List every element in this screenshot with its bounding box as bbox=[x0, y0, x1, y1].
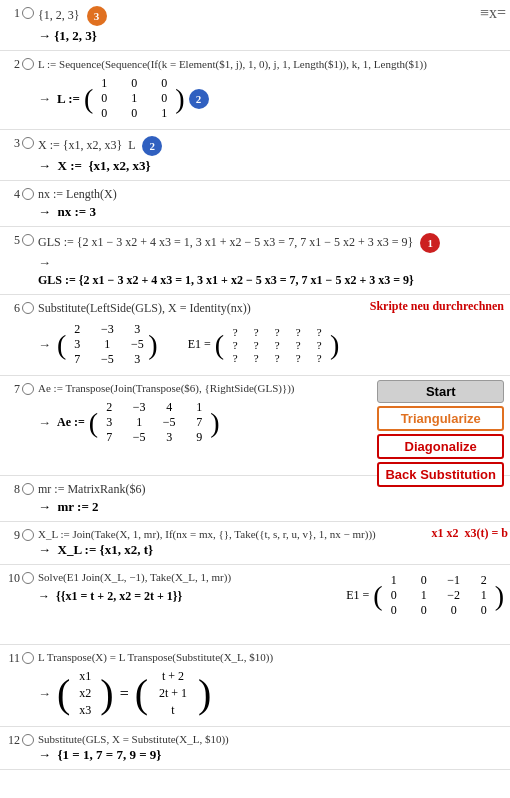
row-9: 9 X_L := Join(Take(X, 1, mr), If(nx = mx… bbox=[0, 522, 510, 565]
row-10-output: → {{x1 = t + 2, x2 = 2t + 1}} bbox=[38, 589, 182, 604]
radio-9[interactable] bbox=[22, 529, 36, 545]
row-2-input: L := Sequence(Sequence(If(k = Element($1… bbox=[38, 57, 508, 72]
badge-1: 3 bbox=[87, 6, 107, 26]
radio-2[interactable] bbox=[22, 58, 36, 74]
row-5-content: GLS := {2 x1 − 3 x2 + 4 x3 = 1, 3 x1 + x… bbox=[38, 231, 508, 290]
row-11-input: L Transpose(X) = L Transpose(Substitute(… bbox=[38, 651, 508, 663]
row-1-input: {1, 2, 3} 3 bbox=[38, 6, 508, 26]
row-7: 7 Ae := Transpose(Join(Transpose($6), {R… bbox=[0, 376, 510, 476]
radio-12[interactable] bbox=[22, 734, 36, 750]
diagonalize-button[interactable]: Diagonalize bbox=[377, 434, 504, 459]
radio-3[interactable] bbox=[22, 137, 36, 153]
e1-section-10: E1 = ( 10−12 01−21 0000 ) bbox=[346, 571, 504, 620]
row-4: 4 nx := Length(X) → nx := 3 bbox=[0, 181, 510, 227]
row-4-content: nx := Length(X) → nx := 3 bbox=[38, 185, 508, 222]
radio-11[interactable] bbox=[22, 652, 36, 668]
skripte-label: Skripte neu durchrechnen bbox=[370, 299, 504, 314]
row6-matrix: ( 2−33 31−5 7−53 ) bbox=[57, 320, 158, 369]
row-number-3: 3 bbox=[2, 134, 20, 151]
triangularize-button[interactable]: Triangularize bbox=[377, 406, 504, 431]
row11-right-matrix: ( t + 2 2t + 1 t ) bbox=[135, 667, 212, 720]
row-11: 11 L Transpose(X) = L Transpose(Substitu… bbox=[0, 645, 510, 727]
identity-matrix: ( 100 010 001 ) bbox=[84, 74, 185, 123]
start-button[interactable]: Start bbox=[377, 380, 504, 403]
row-12-input: Substitute(GLS, X = Substitute(X_L, $10)… bbox=[38, 733, 508, 745]
row-number-2: 2 bbox=[2, 55, 20, 72]
e1-question-matrix: ( ????? ????? ????? ) bbox=[215, 326, 340, 364]
row-5-output2: GLS := {2 x1 − 3 x2 + 4 x3 = 1, 3 x1 + x… bbox=[38, 273, 508, 288]
radio-1[interactable] bbox=[22, 7, 36, 23]
row-10: 10 Solve(E1 Join(X_L, −1), Take(X_L, 1, … bbox=[0, 565, 510, 645]
row-5-input: GLS := {2 x1 − 3 x2 + 4 x3 = 1, 3 x1 + x… bbox=[38, 233, 508, 253]
row-number-6: 6 bbox=[2, 299, 20, 316]
row-5: 5 GLS := {2 x1 − 3 x2 + 4 x3 = 1, 3 x1 +… bbox=[0, 227, 510, 295]
row-8: 8 mr := MatrixRank($6) → mr := 2 bbox=[0, 476, 510, 522]
row-2-content: L := Sequence(Sequence(If(k = Element($1… bbox=[38, 55, 508, 125]
row-number-10: 10 bbox=[2, 569, 20, 586]
badge-3: 2 bbox=[142, 136, 162, 156]
row-number-8: 8 bbox=[2, 480, 20, 497]
row-9-content: X_L := Join(Take(X, 1, mr), If(nx = mx, … bbox=[38, 526, 508, 560]
toolbar-icon[interactable]: ≡x= bbox=[480, 4, 506, 22]
row-3: 3 X := {x1, x2, x3} L 2 → X := {x1, x2, … bbox=[0, 130, 510, 181]
row-number-11: 11 bbox=[2, 649, 20, 666]
badge-5: 1 bbox=[420, 233, 440, 253]
buttons-panel: Start Triangularize Diagonalize Back Sub… bbox=[377, 380, 504, 487]
row-6: 6 Substitute(LeftSide(GLS), X = Identity… bbox=[0, 295, 510, 376]
row-number-12: 12 bbox=[2, 731, 20, 748]
row-8-content: mr := MatrixRank($6) → mr := 2 bbox=[38, 480, 508, 517]
row11-left-matrix: ( x1 x2 x3 ) bbox=[57, 667, 114, 720]
row-1: 1 {1, 2, 3} 3 → {1, 2, 3} ≡x= bbox=[0, 0, 510, 51]
row-12-content: Substitute(GLS, X = Substitute(X_L, $10)… bbox=[38, 731, 508, 765]
row-3-input: X := {x1, x2, x3} L 2 bbox=[38, 136, 508, 156]
radio-10[interactable] bbox=[22, 572, 36, 588]
radio-7[interactable] bbox=[22, 383, 36, 399]
ae-matrix: ( 2−341 31−57 7−539 ) bbox=[89, 398, 220, 447]
x1x2-label: x1 x2 x3(t) = b bbox=[432, 526, 509, 541]
row-12: 12 Substitute(GLS, X = Substitute(X_L, $… bbox=[0, 727, 510, 770]
radio-4[interactable] bbox=[22, 188, 36, 204]
row-1-content: {1, 2, 3} 3 → {1, 2, 3} bbox=[38, 4, 508, 46]
radio-5[interactable] bbox=[22, 234, 36, 250]
radio-6[interactable] bbox=[22, 302, 36, 318]
badge-2: 2 bbox=[189, 89, 209, 109]
row-1-output: → {1, 2, 3} bbox=[38, 28, 508, 44]
row-10-content: Solve(E1 Join(X_L, −1), Take(X_L, 1, mr)… bbox=[38, 569, 508, 606]
row-number-7: 7 bbox=[2, 380, 20, 397]
row-11-content: L Transpose(X) = L Transpose(Substitute(… bbox=[38, 649, 508, 722]
row-12-output: → {1 = 1, 7 = 7, 9 = 9} bbox=[38, 747, 508, 763]
row-6-content: Substitute(LeftSide(GLS), X = Identity(n… bbox=[38, 299, 508, 371]
row-8-output: → mr := 2 bbox=[38, 499, 508, 515]
row-2-output: → L := ( 100 010 001 ) 2 bbox=[38, 74, 508, 123]
row-9-output: → X_L := {x1, x2, t} bbox=[38, 542, 508, 558]
e1-label-6: E1 = bbox=[188, 337, 211, 352]
row-5-output: → bbox=[38, 255, 508, 271]
row-number-4: 4 bbox=[2, 185, 20, 202]
e1-matrix-10: ( 10−12 01−21 0000 ) bbox=[373, 571, 504, 620]
row-2: 2 L := Sequence(Sequence(If(k = Element(… bbox=[0, 51, 510, 130]
row-3-content: X := {x1, x2, x3} L 2 → X := {x1, x2, x3… bbox=[38, 134, 508, 176]
row-number-9: 9 bbox=[2, 526, 20, 543]
row-4-output: → nx := 3 bbox=[38, 204, 508, 220]
row-number-5: 5 bbox=[2, 231, 20, 248]
row-3-output: → X := {x1, x2, x3} bbox=[38, 158, 508, 174]
row-7-content: Ae := Transpose(Join(Transpose($6), {Rig… bbox=[38, 380, 508, 449]
radio-8[interactable] bbox=[22, 483, 36, 499]
row-4-input: nx := Length(X) bbox=[38, 187, 508, 202]
row-8-input: mr := MatrixRank($6) bbox=[38, 482, 508, 497]
row-number-1: 1 bbox=[2, 4, 20, 21]
